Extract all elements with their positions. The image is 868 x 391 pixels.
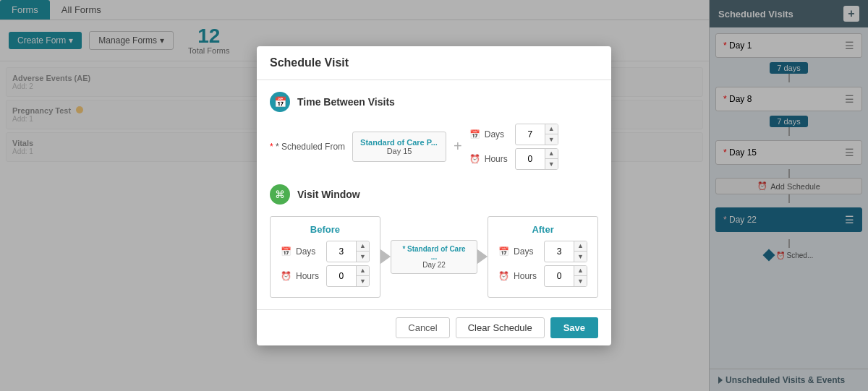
days-spinner[interactable]: 7 ▲ ▼: [515, 124, 558, 145]
days-input[interactable]: 7: [516, 127, 545, 142]
clk-after-icon: ⏰: [498, 271, 509, 281]
before-panel: Before 📅 Days 3 ▲ ▼: [270, 216, 380, 298]
connector-title: * Standard of Care ...: [399, 245, 469, 261]
before-hours-spinner[interactable]: 0 ▲ ▼: [326, 265, 370, 287]
days-down-button[interactable]: ▼: [545, 134, 558, 145]
cal-after-icon: 📅: [498, 246, 509, 257]
from-box-title: Standard of Care P...: [360, 138, 438, 147]
hours-down-button[interactable]: ▼: [545, 159, 558, 169]
visit-window-label: Visit Window: [297, 189, 360, 200]
visit-window-header: ⌘ Visit Window: [270, 184, 598, 205]
clk-before-icon: ⏰: [281, 271, 292, 281]
left-arrow-icon: [380, 249, 391, 264]
before-days-up[interactable]: ▲: [356, 241, 369, 252]
save-button[interactable]: Save: [550, 317, 598, 338]
after-days-input[interactable]: 3: [545, 244, 574, 259]
time-between-visits-label: Time Between Visits: [297, 96, 395, 108]
before-hours-down[interactable]: ▼: [356, 276, 369, 286]
after-hours-label: Hours: [514, 271, 540, 281]
after-title: After: [498, 224, 587, 235]
grid-icon: ⌘: [270, 184, 290, 205]
schedule-visit-modal: Schedule Visit 📅 Time Between Visits * *…: [257, 46, 611, 345]
before-days-spinner[interactable]: 3 ▲ ▼: [326, 241, 370, 262]
hours-label: Hours: [485, 154, 511, 164]
cancel-button[interactable]: Cancel: [396, 317, 449, 338]
days-hours-block: 📅 Days 7 ▲ ▼ ⏰: [469, 124, 558, 170]
days-up-button[interactable]: ▲: [545, 124, 558, 134]
before-days-label: Days: [296, 246, 322, 257]
scheduled-from-row: * * Scheduled From Standard of Care P...…: [270, 124, 598, 170]
plus-icon: +: [454, 138, 462, 155]
after-hours-input[interactable]: 0: [545, 269, 574, 283]
scheduled-from-label: * * Scheduled From: [270, 142, 345, 152]
right-arrow-icon: [477, 249, 488, 264]
visit-window-section: ⌘ Visit Window Before 📅 Days 3: [270, 184, 598, 298]
connector-box: * Standard of Care ... Day 22: [391, 240, 477, 274]
after-days-down[interactable]: ▼: [574, 252, 587, 262]
before-title: Before: [281, 224, 370, 235]
hours-spinner[interactable]: 0 ▲ ▼: [515, 148, 558, 170]
before-days-input[interactable]: 3: [327, 244, 356, 259]
before-days-down[interactable]: ▼: [356, 252, 369, 262]
after-hours-spinner[interactable]: 0 ▲ ▼: [544, 265, 587, 287]
calendar-small-icon: 📅: [469, 129, 480, 139]
after-days-up[interactable]: ▲: [574, 241, 587, 252]
hours-input[interactable]: 0: [516, 152, 545, 166]
hours-up-button[interactable]: ▲: [545, 149, 558, 159]
modal-overlay: Schedule Visit 📅 Time Between Visits * *…: [0, 0, 868, 391]
before-hours-up[interactable]: ▲: [356, 266, 369, 276]
modal-title: Schedule Visit: [270, 56, 349, 69]
connector-sub: Day 22: [399, 261, 469, 269]
scheduled-from-dropdown[interactable]: Standard of Care P... Day 15: [352, 132, 446, 162]
clock-icon: ⏰: [469, 154, 480, 164]
calendar-icon: 📅: [270, 92, 290, 112]
time-between-visits-header: 📅 Time Between Visits: [270, 92, 598, 112]
days-label: Days: [485, 129, 511, 139]
after-hours-up[interactable]: ▲: [574, 266, 587, 276]
after-days-label: Days: [514, 246, 540, 257]
after-hours-down[interactable]: ▼: [574, 276, 587, 286]
after-panel: After 📅 Days 3 ▲ ▼: [488, 216, 598, 298]
cal-before-icon: 📅: [281, 246, 292, 257]
clear-schedule-button[interactable]: Clear Schedule: [456, 317, 545, 338]
after-days-spinner[interactable]: 3 ▲ ▼: [544, 241, 587, 262]
connector-section: * Standard of Care ... Day 22: [380, 240, 488, 274]
before-hours-label: Hours: [296, 271, 322, 281]
from-box-sub: Day 15: [360, 147, 438, 155]
visit-window-panels: Before 📅 Days 3 ▲ ▼: [270, 216, 598, 298]
before-hours-input[interactable]: 0: [327, 269, 356, 283]
